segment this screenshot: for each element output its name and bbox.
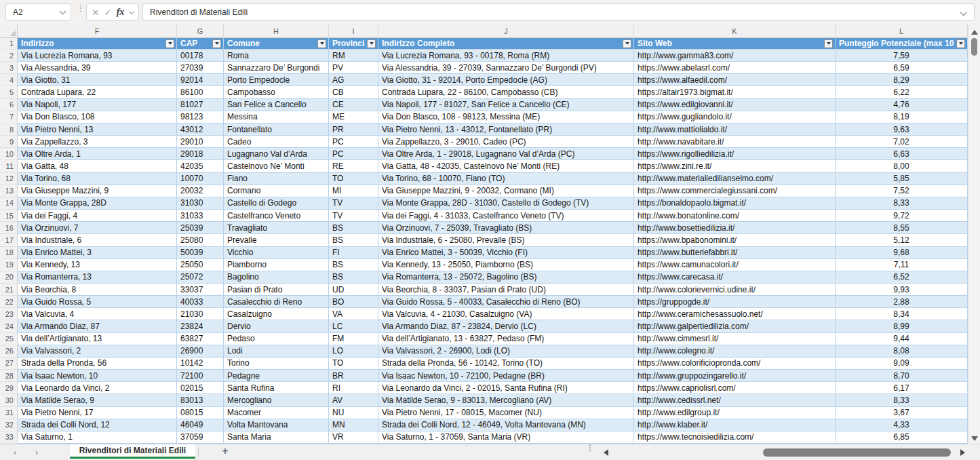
cell-L23[interactable]: 8,34: [836, 308, 968, 320]
row-number[interactable]: 29: [0, 382, 18, 394]
cell-J33[interactable]: Via Saturno, 1 - 37059, Santa Maria (VR): [378, 432, 634, 444]
cell-K33[interactable]: https://www.tecnoisiedilizia.com/: [634, 432, 836, 444]
cell-I32[interactable]: MN: [329, 419, 378, 432]
cell-F2[interactable]: Via Lucrezia Romana, 93: [18, 50, 177, 62]
row-number[interactable]: 10: [0, 148, 18, 160]
column-header-J[interactable]: J: [378, 24, 634, 37]
column-header-I[interactable]: I: [329, 24, 378, 37]
cell-F24[interactable]: Via Armando Diaz, 87: [18, 320, 177, 332]
cell-I25[interactable]: FM: [329, 333, 378, 345]
cell-G23[interactable]: 21030: [177, 308, 224, 320]
cell-H26[interactable]: Lodi: [224, 345, 329, 358]
cell-G29[interactable]: 02015: [177, 382, 224, 394]
cell-G16[interactable]: 25039: [177, 222, 224, 234]
cell-L24[interactable]: 8,99: [836, 320, 968, 332]
cell-K18[interactable]: https://www.butteriefabbri.it/: [634, 247, 836, 259]
row-number[interactable]: 22: [0, 296, 18, 308]
cell-L7[interactable]: 8,19: [836, 111, 968, 123]
cell-G12[interactable]: 10070: [177, 173, 224, 185]
cell-F14[interactable]: Via Monte Grappa, 28D: [18, 197, 177, 210]
cell-I30[interactable]: AV: [329, 394, 378, 406]
cell-J17[interactable]: Via Industriale, 6 - 25080, Prevalle (BS…: [378, 234, 634, 246]
cell-H11[interactable]: Castelnovo Ne’ Monti: [224, 160, 329, 172]
cell-G19[interactable]: 25050: [177, 259, 224, 271]
cell-I33[interactable]: VR: [329, 432, 378, 444]
cell-H18[interactable]: Vicchio: [224, 247, 329, 259]
cell-G2[interactable]: 00178: [177, 50, 224, 62]
row-number[interactable]: 23: [0, 308, 18, 320]
cell-J14[interactable]: Via Monte Grappa, 28D - 31030, Castello …: [378, 197, 634, 210]
header-cell[interactable]: Indirizzo Completo: [378, 38, 634, 50]
header-cell[interactable]: Punteggio Potenziale (max 10): [836, 38, 968, 50]
cell-J21[interactable]: Via Beorchia, 8 - 33037, Pasian di Prato…: [378, 284, 634, 296]
column-header-K[interactable]: K: [634, 24, 836, 37]
cell-G7[interactable]: 98123: [177, 111, 224, 123]
cell-J29[interactable]: Via Leonardo da Vinci, 2 - 02015, Santa …: [378, 382, 634, 394]
cell-J4[interactable]: Via Giotto, 31 - 92014, Porto Empedocle …: [378, 74, 634, 86]
scrollbar-resize-handle[interactable]: ⋮: [586, 446, 594, 450]
cell-J20[interactable]: Via Romanterra, 13 - 25072, Bagolino (BS…: [378, 271, 634, 284]
cell-K16[interactable]: http://www.bosettiedilizia.it/: [634, 222, 836, 234]
row-number[interactable]: 18: [0, 247, 18, 259]
cell-K26[interactable]: http://www.colegno.it/: [634, 345, 836, 358]
cell-H7[interactable]: Messina: [224, 111, 329, 123]
cell-G14[interactable]: 31030: [177, 197, 224, 210]
cell-I19[interactable]: BS: [329, 259, 378, 271]
cell-H17[interactable]: Prevalle: [224, 234, 329, 246]
cell-G28[interactable]: 72100: [177, 370, 224, 382]
cell-I14[interactable]: TV: [329, 197, 378, 210]
name-box[interactable]: A2: [5, 3, 71, 21]
cell-J5[interactable]: Contrada Lupara, 22 - 86100, Campobasso …: [378, 86, 634, 98]
cell-I27[interactable]: TO: [329, 358, 378, 370]
row-number[interactable]: 5: [0, 86, 18, 98]
filter-button[interactable]: [956, 39, 965, 48]
cell-I20[interactable]: BS: [329, 271, 378, 284]
column-header-F[interactable]: F: [18, 24, 177, 37]
cell-G22[interactable]: 40033: [177, 296, 224, 308]
cell-F4[interactable]: Via Giotto, 31: [18, 74, 177, 86]
cell-L5[interactable]: 6,22: [836, 86, 968, 98]
row-number[interactable]: 6: [0, 99, 18, 111]
filter-button[interactable]: [824, 39, 833, 48]
cell-K5[interactable]: https://altair1973.bigmat.it/: [634, 86, 836, 98]
cell-H20[interactable]: Bagolino: [224, 271, 329, 284]
row-number[interactable]: 4: [0, 74, 18, 86]
cell-F16[interactable]: Via Orzinuovi, 7: [18, 222, 177, 234]
chevron-down-icon[interactable]: [60, 8, 66, 15]
cell-H25[interactable]: Pedaso: [224, 333, 329, 345]
fx-chevron-down-icon[interactable]: [128, 9, 134, 14]
row-number[interactable]: 14: [0, 197, 18, 210]
vertical-scrollbar[interactable]: [968, 24, 980, 444]
header-cell[interactable]: CAP: [177, 38, 224, 50]
row-number[interactable]: 31: [0, 407, 18, 419]
cell-F33[interactable]: Via Saturno, 1: [18, 432, 177, 444]
cell-F11[interactable]: Via Gatta, 48: [18, 160, 177, 172]
cell-L12[interactable]: 5,85: [836, 173, 968, 185]
cell-I29[interactable]: RI: [329, 382, 378, 394]
cell-F28[interactable]: Via Isaac Newton, 10: [18, 370, 177, 382]
cell-F32[interactable]: Strada dei Colli Nord, 12: [18, 419, 177, 432]
cell-K22[interactable]: https://gruppogde.it/: [634, 296, 836, 308]
cell-K11[interactable]: https://www.zini.re.it/: [634, 160, 836, 172]
filter-button[interactable]: [165, 39, 174, 48]
cell-F29[interactable]: Via Leonardo da Vinci, 2: [18, 382, 177, 394]
cell-I6[interactable]: CE: [329, 99, 378, 111]
cell-J9[interactable]: Via Zappellazzo, 3 - 29010, Cadeo (PC): [378, 136, 634, 148]
expand-formula-bar-icon[interactable]: [960, 9, 967, 16]
cell-F18[interactable]: Via Enrico Mattei, 3: [18, 247, 177, 259]
cell-L9[interactable]: 7,02: [836, 136, 968, 148]
cell-J26[interactable]: Via Valvassori, 2 - 26900, Lodi (LO): [378, 345, 634, 358]
cell-K21[interactable]: http://www.colorievernici.udine.it/: [634, 284, 836, 296]
cell-L11[interactable]: 8,00: [836, 160, 968, 172]
row-number[interactable]: 33: [0, 432, 18, 444]
cell-I10[interactable]: PC: [329, 148, 378, 160]
sheet-tab-active[interactable]: Rivenditori di Materiali Edili: [70, 444, 195, 459]
cell-K19[interactable]: https://www.camunacolori.it/: [634, 259, 836, 271]
cell-H16[interactable]: Travagliato: [224, 222, 329, 234]
cell-G26[interactable]: 26900: [177, 345, 224, 358]
cell-L3[interactable]: 6,59: [836, 62, 968, 74]
cell-J10[interactable]: Via Oltre Arda, 1 - 29018, Lugagnano Val…: [378, 148, 634, 160]
row-number[interactable]: 16: [0, 222, 18, 234]
column-header-G[interactable]: G: [177, 24, 224, 37]
cell-J15[interactable]: Via dei Faggi, 4 - 31033, Castelfranco V…: [378, 210, 634, 222]
